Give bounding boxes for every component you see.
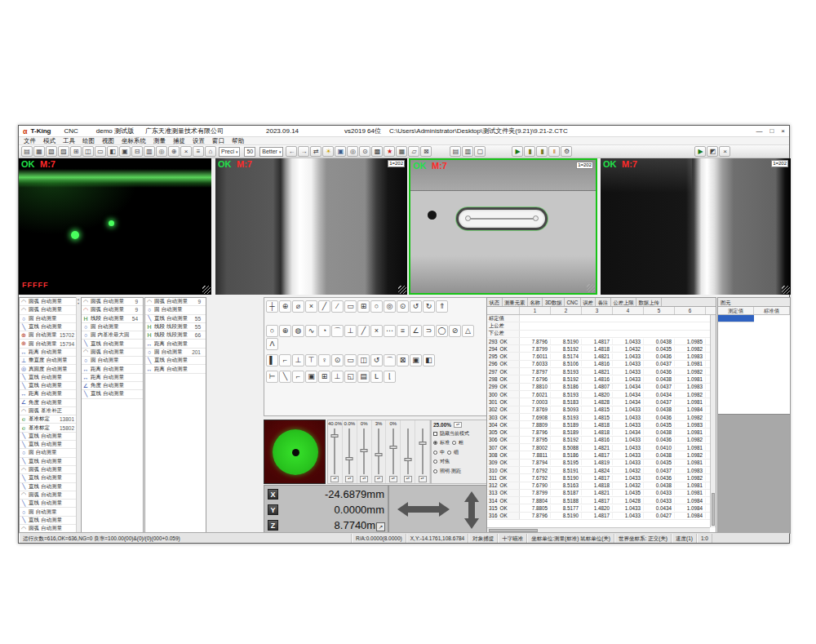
camera-view-1[interactable]: OK M:7 FFFFF [19, 158, 211, 295]
close-button[interactable]: × [781, 127, 785, 135]
resize-grip-icon[interactable] [398, 286, 406, 294]
toolbar-icon[interactable]: ▣ [335, 146, 346, 157]
menu-item[interactable]: 绘图 [82, 137, 95, 145]
measure-tool-icon[interactable]: ⊞ [318, 371, 330, 383]
slider-thumb[interactable] [375, 453, 383, 456]
toolbar-icon[interactable]: ⊞ [70, 146, 82, 157]
measure-tool-icon[interactable]: ≡ [397, 325, 409, 337]
toolbar-icon[interactable]: ▣ [119, 146, 131, 157]
result-row[interactable]: 307 OK 7.8002 8.5088 1.4821 1.0433 0.041… [487, 444, 716, 451]
slider-track[interactable] [348, 429, 350, 474]
toolbar-icon[interactable]: ▥ [462, 146, 473, 157]
measure-item-row[interactable]: ◠ 圆弧 自动测量 [20, 298, 79, 306]
statusbar-segment[interactable]: R/A:0.0000(8.0000) [352, 534, 406, 543]
result-row[interactable]: 313 OK 7.8799 8.5187 1.4821 1.0435 0.043… [487, 490, 716, 497]
light-slider[interactable]: ▴▾ [415, 420, 430, 483]
measure-item-row[interactable]: ↔ 距离 自动测量 [145, 365, 206, 373]
toolbar-icon[interactable]: ▶ [694, 146, 706, 157]
measure-item-row[interactable]: H 线段 线段测量 55 [145, 323, 206, 331]
result-row[interactable]: 303 OK 7.6908 8.5193 1.4815 1.0433 0.043… [487, 414, 716, 421]
measure-item-row[interactable]: ○ 圆 自动测量 [145, 306, 206, 314]
slider-track[interactable] [378, 429, 379, 474]
toolbar-icon[interactable]: ⊟ [131, 146, 143, 157]
measure-tool-icon[interactable]: ○ [266, 325, 278, 337]
slider-spinner[interactable]: ▴▾ [345, 476, 353, 482]
toolbar-icon[interactable]: ← [286, 146, 297, 157]
resize-grip-icon[interactable] [587, 284, 595, 292]
menu-item[interactable]: 视图 [102, 137, 114, 145]
measure-tool-icon[interactable]: ▤ [357, 371, 370, 383]
result-row[interactable]: 314 OK 7.8804 8.5188 1.4817 1.0428 0.043… [487, 497, 716, 504]
menu-item[interactable]: 文件 [24, 137, 36, 145]
measure-tool-icon[interactable]: ⊃ [423, 325, 435, 337]
light-slider[interactable]: 0% ▴▾ [357, 420, 372, 483]
measure-tool-icon[interactable]: ◍ [292, 325, 304, 337]
result-row[interactable]: 302 OK 7.8769 8.5093 1.4815 1.0433 0.043… [487, 406, 716, 414]
statusbar-segment[interactable]: 世界坐标系: 正交(关) [614, 534, 672, 543]
toolbar-icon[interactable]: ⊙ [359, 146, 370, 157]
column-number-header[interactable]: 6 [675, 307, 706, 314]
measure-item-row[interactable]: ◠ 圆弧 自动测量 [20, 491, 79, 500]
measure-item-row[interactable]: ○ 圆 自动测量 [82, 323, 143, 331]
measure-item-row[interactable]: ○ 圆 自动测量 [20, 508, 79, 516]
run-control-icon[interactable]: ⚙ [561, 146, 572, 157]
jog-up-icon[interactable] [464, 491, 479, 502]
measure-tool-icon[interactable]: × [370, 325, 383, 337]
toolbar-icon[interactable]: ▩ [371, 146, 383, 157]
measure-item-row[interactable]: ╲ 直线 自动测量 [82, 390, 143, 398]
statusbar-segment[interactable]: 速度(1) [672, 534, 697, 543]
measure-item-row[interactable]: ○ 圆 内基准最大圆 [82, 331, 143, 340]
menu-item[interactable]: 坐标系统 [122, 137, 146, 145]
measure-item-row[interactable]: ╲ 直线 自动测量 [20, 382, 79, 390]
measure-tool-icon[interactable]: ┼ [266, 300, 278, 313]
measure-tool-icon[interactable]: ⌀ [292, 300, 304, 313]
resize-grip-icon[interactable] [782, 286, 790, 294]
run-control-icon[interactable]: ▮ [524, 146, 535, 157]
jog-right-icon[interactable] [439, 502, 450, 517]
toolbar-icon[interactable]: ◫ [82, 146, 94, 157]
slider-track[interactable] [392, 429, 394, 474]
result-row[interactable]: 309 OK 7.8794 8.5195 1.4819 1.0433 0.043… [487, 460, 716, 467]
measure-item-row[interactable]: ◠ 圆弧 基准补正 [20, 407, 79, 415]
measure-tool-icon[interactable]: ∠ [410, 325, 422, 337]
measure-tool-icon[interactable]: ◎ [384, 300, 396, 313]
slider-spinner[interactable]: ▴▾ [419, 476, 427, 482]
measure-item-row[interactable]: ╲ 直线 自动测量 [20, 474, 79, 482]
slider-track[interactable] [407, 429, 409, 474]
reference-row[interactable]: 标定值 [487, 315, 716, 322]
result-row[interactable]: 305 OK 7.8796 8.5189 1.4818 1.0434 0.043… [487, 429, 716, 436]
measure-tool-icon[interactable]: ◧ [423, 354, 435, 366]
toolbar-icon[interactable]: ▥ [144, 146, 155, 157]
light-ring-indicator[interactable] [273, 429, 318, 475]
measure-tool-icon[interactable]: ▭ [344, 300, 357, 313]
slider-spinner[interactable]: ▴▾ [375, 476, 383, 482]
measure-tool-icon[interactable]: ⊥ [331, 371, 344, 383]
column-number-header[interactable]: 2 [551, 307, 582, 314]
run-control-icon[interactable]: ▮ [536, 146, 548, 157]
table-tab[interactable]: 备注 [596, 298, 611, 306]
measure-tool-icon[interactable]: ⊠ [397, 354, 409, 366]
measure-item-row[interactable]: ↔ 距离 自动测量 [82, 374, 143, 382]
result-row[interactable]: 311 OK 7.6792 8.5190 1.4817 1.0433 0.043… [487, 474, 716, 482]
toolbar-icon[interactable]: ▢ [474, 146, 486, 157]
menu-item[interactable]: 捕捉 [173, 137, 185, 145]
slider-spinner[interactable]: ▴▾ [389, 476, 397, 482]
primitive-tab[interactable]: 图元 [718, 298, 790, 307]
size-box[interactable]: 50 [244, 147, 255, 157]
measure-tool-icon[interactable]: ⌊ [384, 371, 396, 383]
measure-item-row[interactable]: ℮ 基准标定 15802 [20, 424, 79, 432]
measure-item-row[interactable]: ╲ 直线 自动测量 [20, 458, 79, 466]
measure-item-row[interactable]: ╲ 直线 自动测量 [145, 357, 206, 365]
toolbar-icon[interactable]: ⊕ [168, 146, 180, 157]
measure-item-row[interactable]: ↔ 距离 自动测量 [145, 340, 206, 348]
run-control-icon[interactable]: ▶ [512, 146, 523, 157]
measure-item-row[interactable]: ╲ 直线 自动测量 55 [145, 315, 206, 323]
measure-item-row[interactable]: ◠ 圆弧 自动测量 [20, 466, 79, 474]
result-row[interactable]: 293 OK 7.8796 8.5190 1.4817 1.0433 0.043… [487, 338, 716, 345]
measure-item-row[interactable]: ○ 圆 自动测量 [20, 315, 79, 323]
camera-view-4[interactable]: OK M:7 1=202 [601, 158, 791, 295]
light-slider[interactable]: ▴▾ [401, 420, 415, 483]
measure-tool-icon[interactable]: ⊙ [397, 300, 409, 313]
measure-tool-icon[interactable]: L [370, 371, 383, 383]
result-row[interactable]: 301 OK 7.0003 8.5183 1.4828 1.0434 0.043… [487, 398, 716, 406]
